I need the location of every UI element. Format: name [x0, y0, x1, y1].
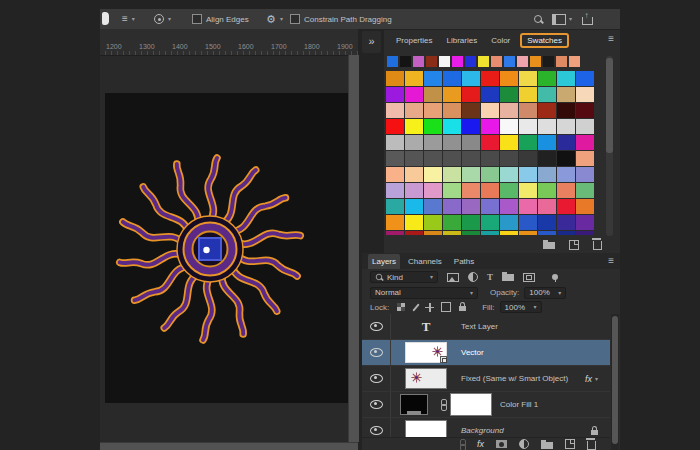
swatch[interactable]	[424, 151, 442, 166]
add-mask-icon[interactable]	[496, 440, 507, 448]
swatch[interactable]	[519, 119, 537, 134]
layer-row-fixed-same-w-smart-object-[interactable]: Fixed (Same w/ Smart Object)fx▾	[362, 366, 610, 392]
swatch[interactable]	[500, 87, 518, 102]
swatch[interactable]	[538, 183, 556, 198]
swatch[interactable]	[405, 119, 423, 134]
tab-properties[interactable]: Properties	[392, 33, 436, 48]
swatch[interactable]	[424, 87, 442, 102]
swatch[interactable]	[481, 103, 499, 118]
swatch[interactable]	[386, 151, 404, 166]
swatch[interactable]	[519, 183, 537, 198]
swatch[interactable]	[557, 87, 575, 102]
swatch[interactable]	[576, 103, 594, 118]
swatch[interactable]	[519, 199, 537, 214]
swatch[interactable]	[504, 56, 515, 67]
swatch[interactable]	[557, 135, 575, 150]
swatch[interactable]	[500, 119, 518, 134]
swatch[interactable]	[481, 119, 499, 134]
swatch[interactable]	[481, 199, 499, 214]
align-edges-checkbox[interactable]	[192, 14, 202, 24]
swatch[interactable]	[576, 71, 594, 86]
swatch[interactable]	[500, 135, 518, 150]
swatch[interactable]	[405, 215, 423, 230]
swatch[interactable]	[424, 135, 442, 150]
swatch[interactable]	[500, 103, 518, 118]
swatch[interactable]	[481, 231, 499, 235]
layer-thumbnail[interactable]	[405, 342, 447, 363]
search-icon[interactable]	[534, 15, 542, 23]
swatch[interactable]	[576, 215, 594, 230]
swatch[interactable]	[538, 215, 556, 230]
swatch[interactable]	[424, 199, 442, 214]
visibility-toggle[interactable]	[362, 340, 391, 365]
swatch[interactable]	[538, 231, 556, 235]
swatch[interactable]	[413, 56, 424, 67]
gear-icon[interactable]: ⚙	[266, 14, 276, 25]
new-layer-icon[interactable]	[565, 439, 575, 449]
swatch[interactable]	[538, 87, 556, 102]
filter-adjustment-layers-icon[interactable]	[468, 272, 478, 282]
swatch[interactable]	[405, 87, 423, 102]
visibility-toggle[interactable]	[362, 366, 391, 391]
path-arrange-control[interactable]: ▾	[154, 9, 171, 29]
delete-layer-icon[interactable]	[587, 441, 596, 450]
align-edges-option[interactable]: Align Edges	[192, 9, 249, 29]
swatches-scrollbar[interactable]	[606, 56, 613, 236]
swatch[interactable]	[462, 103, 480, 118]
swatch[interactable]	[426, 56, 437, 67]
visibility-toggle[interactable]	[362, 314, 391, 339]
fill-dropdown[interactable]: 100% ▾	[500, 301, 542, 313]
swatch[interactable]	[405, 103, 423, 118]
swatch[interactable]	[481, 87, 499, 102]
artboard[interactable]	[105, 93, 348, 403]
swatch[interactable]	[557, 199, 575, 214]
swatch[interactable]	[386, 87, 404, 102]
swatch[interactable]	[424, 119, 442, 134]
swatch[interactable]	[481, 71, 499, 86]
visibility-toggle[interactable]	[362, 392, 391, 417]
swatch[interactable]	[556, 56, 567, 67]
swatch[interactable]	[462, 183, 480, 198]
layer-thumbnail[interactable]	[405, 368, 447, 389]
swatch[interactable]	[538, 199, 556, 214]
swatch[interactable]	[491, 56, 502, 67]
swatch[interactable]	[443, 183, 461, 198]
swatch[interactable]	[443, 135, 461, 150]
constrain-option[interactable]: Constrain Path Dragging	[290, 9, 392, 29]
fill-layer-thumbnail[interactable]	[400, 394, 428, 415]
swatch[interactable]	[462, 167, 480, 182]
swatch[interactable]	[443, 71, 461, 86]
filter-toggle-icon[interactable]	[552, 274, 558, 280]
swatch[interactable]	[386, 167, 404, 182]
swatch[interactable]	[557, 183, 575, 198]
filter-smart-object-icon[interactable]	[523, 273, 535, 282]
swatch[interactable]	[530, 56, 541, 67]
lock-all-icon[interactable]	[459, 306, 466, 311]
canvas-vertical-scrollbar[interactable]	[348, 55, 359, 442]
layers-panel-menu-icon[interactable]: ≡	[608, 255, 614, 266]
swatch[interactable]	[386, 103, 404, 118]
sun-artwork[interactable]	[115, 154, 305, 348]
swatch[interactable]	[387, 56, 398, 67]
swatch[interactable]	[478, 56, 489, 67]
tab-channels[interactable]: Channels	[404, 254, 446, 269]
swatch[interactable]	[462, 119, 480, 134]
filter-kind-dropdown[interactable]: Kind ▾	[370, 271, 438, 283]
swatch[interactable]	[462, 215, 480, 230]
path-align-icon[interactable]: ≡	[122, 14, 128, 24]
swatch[interactable]	[405, 71, 423, 86]
swatch[interactable]	[500, 71, 518, 86]
swatch[interactable]	[443, 231, 461, 235]
swatch[interactable]	[462, 71, 480, 86]
swatch[interactable]	[576, 231, 594, 235]
tab-libraries[interactable]: Libraries	[442, 33, 481, 48]
swatch[interactable]	[405, 183, 423, 198]
layer-row-color-fill-1[interactable]: Color Fill 1	[362, 392, 610, 418]
swatch[interactable]	[462, 231, 480, 235]
layer-fx-badge[interactable]: fx	[585, 374, 592, 384]
swatch[interactable]	[405, 231, 423, 235]
swatch[interactable]	[576, 119, 594, 134]
swatch[interactable]	[538, 151, 556, 166]
swatch[interactable]	[443, 167, 461, 182]
new-swatch-icon[interactable]	[569, 240, 579, 250]
